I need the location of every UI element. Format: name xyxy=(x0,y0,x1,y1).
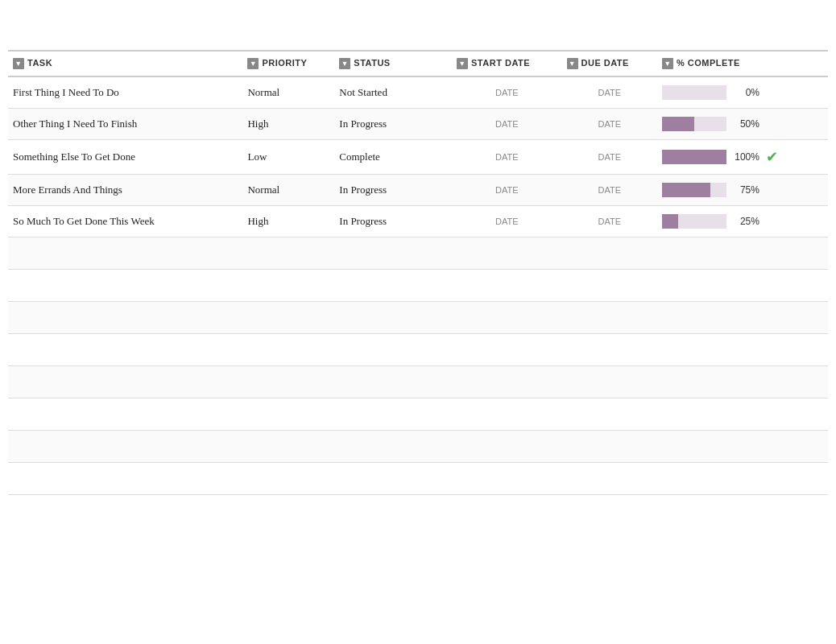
due-date-cell[interactable]: DATE xyxy=(562,175,657,206)
task-cell: So Much To Get Done This Week xyxy=(8,206,242,237)
empty-cell xyxy=(657,270,828,302)
percent-complete-cell: 0% xyxy=(657,76,828,109)
empty-cell xyxy=(8,463,242,495)
percent-complete-cell: 75% xyxy=(657,175,828,206)
start-date-cell[interactable]: DATE xyxy=(452,140,561,175)
empty-cell xyxy=(242,398,334,431)
empty-cell xyxy=(657,302,828,334)
empty-row xyxy=(8,398,828,431)
table-header-row: ▼TASK▼PRIORITY▼STATUS▼START DATE▼DUE DAT… xyxy=(8,51,828,76)
page: ▼TASK▼PRIORITY▼STATUS▼START DATE▼DUE DAT… xyxy=(0,0,836,644)
col-label: START DATE xyxy=(471,58,530,68)
empty-cell xyxy=(452,398,561,431)
empty-cell xyxy=(452,237,561,270)
status-cell: In Progress xyxy=(334,175,452,206)
due-date-cell[interactable]: DATE xyxy=(562,140,657,175)
empty-row xyxy=(8,366,828,398)
empty-cell xyxy=(8,270,242,302)
priority-cell: High xyxy=(242,206,334,237)
empty-cell xyxy=(452,334,561,366)
empty-cell xyxy=(562,463,657,495)
task-cell: Other Thing I Need To Finish xyxy=(8,109,242,140)
col-label: DUE DATE xyxy=(581,58,629,68)
empty-cell xyxy=(562,270,657,302)
status-cell: Not Started xyxy=(334,76,452,109)
filter-icon-2[interactable]: ▼ xyxy=(339,58,350,69)
filter-icon-1[interactable]: ▼ xyxy=(247,58,259,69)
empty-cell xyxy=(242,431,334,463)
percent-complete-cell: 25% xyxy=(657,206,828,237)
percent-label: 100% xyxy=(731,151,759,163)
percent-label: 75% xyxy=(731,184,759,196)
priority-cell: High xyxy=(242,109,334,140)
due-date-cell[interactable]: DATE xyxy=(562,206,657,237)
empty-cell xyxy=(562,237,657,270)
empty-cell xyxy=(8,302,242,334)
progress-bar xyxy=(662,150,726,164)
status-cell: Complete xyxy=(334,140,452,175)
task-cell: First Thing I Need To Do xyxy=(8,76,242,109)
progress-bar-container xyxy=(662,183,726,197)
table-row: Other Thing I Need To FinishHighIn Progr… xyxy=(8,109,828,140)
empty-cell xyxy=(657,463,828,495)
progress-bar-container xyxy=(662,214,726,229)
empty-cell xyxy=(334,366,452,398)
empty-cell xyxy=(452,366,561,398)
filter-icon-0[interactable]: ▼ xyxy=(13,58,24,69)
empty-cell xyxy=(334,270,452,302)
empty-row xyxy=(8,302,828,334)
status-cell: In Progress xyxy=(334,109,452,140)
start-date-cell[interactable]: DATE xyxy=(452,109,561,140)
col-label: PRIORITY xyxy=(262,58,307,68)
filter-icon-4[interactable]: ▼ xyxy=(567,58,578,69)
percent-complete-cell: 50% xyxy=(657,109,828,140)
empty-cell xyxy=(452,270,561,302)
empty-cell xyxy=(242,334,334,366)
due-date-cell[interactable]: DATE xyxy=(562,109,657,140)
empty-cell xyxy=(242,270,334,302)
col-header-status: ▼STATUS xyxy=(334,51,452,76)
col-header-start-date: ▼START DATE xyxy=(452,51,561,76)
filter-icon-3[interactable]: ▼ xyxy=(457,58,468,69)
task-cell: More Errands And Things xyxy=(8,175,242,206)
empty-row xyxy=(8,237,828,270)
col-label: TASK xyxy=(27,58,52,68)
empty-cell xyxy=(242,237,334,270)
col-header-pct-complete: ▼% COMPLETE xyxy=(657,51,828,76)
start-date-cell[interactable]: DATE xyxy=(452,175,561,206)
empty-cell xyxy=(657,431,828,463)
due-date-cell[interactable]: DATE xyxy=(562,76,657,109)
progress-bar-container xyxy=(662,150,726,164)
empty-cell xyxy=(242,366,334,398)
col-label: STATUS xyxy=(354,58,390,68)
table-row: Something Else To Get DoneLowCompleteDAT… xyxy=(8,140,828,175)
empty-cell xyxy=(562,398,657,431)
empty-row xyxy=(8,463,828,495)
empty-cell xyxy=(8,237,242,270)
todo-table: ▼TASK▼PRIORITY▼STATUS▼START DATE▼DUE DAT… xyxy=(8,50,828,495)
start-date-cell[interactable]: DATE xyxy=(452,76,561,109)
empty-row xyxy=(8,334,828,366)
progress-bar xyxy=(662,214,678,229)
progress-bar xyxy=(662,183,710,197)
table-row: So Much To Get Done This WeekHighIn Prog… xyxy=(8,206,828,237)
filter-icon-5[interactable]: ▼ xyxy=(662,58,673,69)
empty-cell xyxy=(334,237,452,270)
table-row: More Errands And ThingsNormalIn Progress… xyxy=(8,175,828,206)
progress-bar xyxy=(662,117,694,131)
progress-bar-container xyxy=(662,117,726,131)
progress-bar-container xyxy=(662,85,726,100)
empty-cell xyxy=(8,334,242,366)
empty-cell xyxy=(334,431,452,463)
col-header-priority: ▼PRIORITY xyxy=(242,51,334,76)
empty-cell xyxy=(657,398,828,431)
empty-cell xyxy=(452,463,561,495)
start-date-cell[interactable]: DATE xyxy=(452,206,561,237)
complete-check-icon: ✔ xyxy=(766,148,778,166)
priority-cell: Normal xyxy=(242,175,334,206)
empty-row xyxy=(8,431,828,463)
empty-cell xyxy=(452,431,561,463)
task-cell: Something Else To Get Done xyxy=(8,140,242,175)
empty-cell xyxy=(562,366,657,398)
col-label: % COMPLETE xyxy=(677,58,740,68)
